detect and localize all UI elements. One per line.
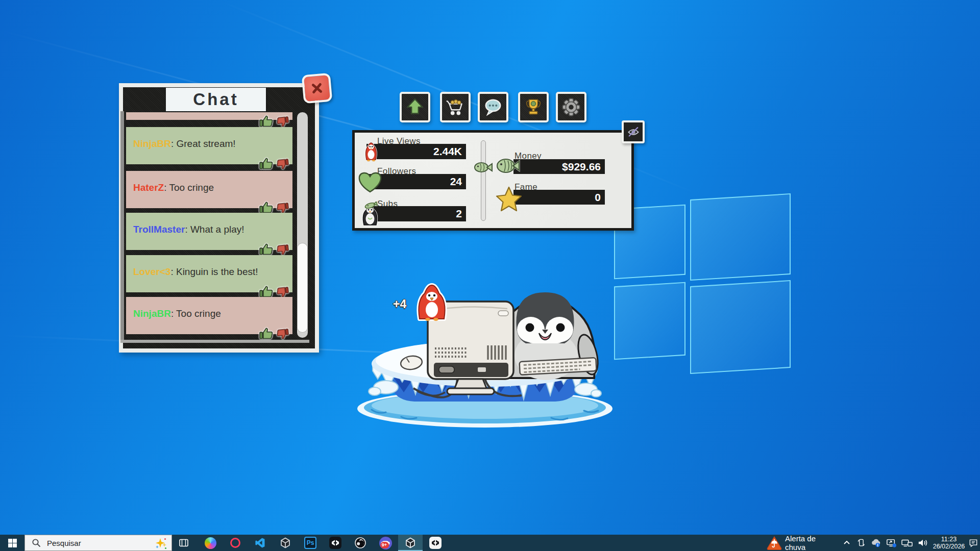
search-placeholder: Pesquisar xyxy=(47,539,81,547)
search-box[interactable]: Pesquisar xyxy=(24,535,172,551)
chat-window: Chat NinjaBR: Great stream! HaterZ: Too … xyxy=(119,83,319,353)
game-controller-icon: 9+ xyxy=(379,537,392,549)
chat-message: Lover<3: Kinguin is the best! xyxy=(126,255,292,292)
thumbs-up-icon[interactable] xyxy=(259,242,274,256)
thumbs-up-icon[interactable] xyxy=(259,201,274,214)
chat-message-text: : Too cringe xyxy=(171,308,221,319)
task-view-icon xyxy=(178,537,189,548)
vote-buttons xyxy=(259,242,289,256)
onedrive-tray-icon[interactable] xyxy=(869,535,883,551)
achievements-button[interactable] xyxy=(518,92,549,122)
speech-bubble-icon xyxy=(483,97,503,117)
phone-link-tray-icon[interactable] xyxy=(854,535,868,551)
chat-message: NinjaBR: Too cringe xyxy=(126,297,292,334)
copilot-button[interactable] xyxy=(198,535,223,551)
game-scene[interactable]: +4 xyxy=(357,278,612,446)
chat-message-text: : Great stream! xyxy=(171,138,236,149)
chat-message: NinjaBR: Great stream! xyxy=(126,127,292,164)
penguin-subscriber-icon xyxy=(357,202,383,228)
settings-button[interactable] xyxy=(556,92,586,122)
chat-message-list: NinjaBR: Great stream! HaterZ: Too cring… xyxy=(124,111,308,340)
app-obs-studio[interactable] xyxy=(348,535,373,551)
upgrade-button[interactable] xyxy=(400,92,430,122)
chat-username: Lover<3 xyxy=(133,266,170,278)
app-unity[interactable] xyxy=(273,535,298,551)
chat-inset-rail xyxy=(120,111,124,340)
chat-toggle-button[interactable] xyxy=(478,92,508,122)
obs-studio-icon xyxy=(354,537,366,549)
capcut-icon xyxy=(329,537,341,549)
thumbs-down-icon[interactable] xyxy=(275,328,290,341)
close-icon[interactable] xyxy=(302,73,333,104)
vote-buttons xyxy=(259,157,289,170)
network-icon xyxy=(901,538,913,548)
chat-scrollbar-thumb[interactable] xyxy=(298,243,307,332)
volume-tray-icon[interactable] xyxy=(915,535,930,551)
rain-alert-icon xyxy=(767,536,782,550)
app-gaming[interactable]: 9+ xyxy=(373,535,398,551)
cast-tray-icon[interactable] xyxy=(884,535,898,551)
viewer-gain-popup: +4 xyxy=(393,297,406,311)
app-vscode[interactable] xyxy=(248,535,273,551)
start-button[interactable] xyxy=(0,535,24,551)
app-unity-active[interactable] xyxy=(398,535,423,551)
tray-time: 11:23 xyxy=(941,536,957,543)
chat-message: HaterZ: Too cringe xyxy=(126,171,292,208)
action-center-button[interactable] xyxy=(967,535,980,551)
windows-start-icon xyxy=(8,539,17,547)
thumbs-up-icon[interactable] xyxy=(259,157,274,170)
star-icon xyxy=(496,186,522,211)
app-opera-gx[interactable] xyxy=(223,535,248,551)
search-icon xyxy=(32,538,41,547)
show-hidden-icons-button[interactable] xyxy=(840,535,853,551)
chat-username: NinjaBR xyxy=(133,308,171,319)
vote-buttons xyxy=(259,201,289,214)
cast-screen-icon xyxy=(886,538,897,548)
search-highlights-sparkle-icon xyxy=(154,537,167,550)
app-capcut[interactable] xyxy=(323,535,348,551)
vote-buttons xyxy=(259,327,289,340)
chat-message-text: : Kinguin is the best! xyxy=(170,266,258,278)
unity-icon xyxy=(404,537,416,549)
trophy-icon xyxy=(523,97,544,117)
chat-username: HaterZ xyxy=(133,182,164,193)
live-views-value-bar: 2.44K xyxy=(366,144,466,159)
fish-slider-handle-icon[interactable] xyxy=(472,160,494,174)
weather-alert-label[interactable]: Alerta de chuva xyxy=(785,535,838,551)
red-penguin-icon xyxy=(361,141,381,163)
unity-icon xyxy=(279,537,291,549)
shop-button[interactable] xyxy=(440,92,471,122)
network-tray-icon[interactable] xyxy=(899,535,915,551)
divider-slider xyxy=(481,140,486,221)
capcut-icon xyxy=(429,537,442,549)
thumbs-up-icon[interactable] xyxy=(259,285,274,298)
cloud-icon xyxy=(870,538,881,548)
cart-icon xyxy=(445,97,465,117)
thumbs-up-icon[interactable] xyxy=(259,114,274,128)
money-value-bar: $929.66 xyxy=(513,159,605,174)
photoshop-icon: Ps xyxy=(304,537,316,549)
thumbs-down-icon[interactable] xyxy=(275,158,290,171)
thumbs-up-icon[interactable] xyxy=(259,327,274,340)
taskbar-clock[interactable]: 11:23 26/02/2026 xyxy=(932,535,966,551)
chat-message-cutoff xyxy=(126,112,292,120)
notification-icon xyxy=(968,538,978,548)
fish-money-icon xyxy=(494,156,521,176)
notification-count-badge: 9+ xyxy=(380,542,389,548)
task-view-button[interactable] xyxy=(172,535,196,551)
fame-value-bar: 0 xyxy=(513,190,605,205)
vote-buttons xyxy=(259,285,289,298)
app-capcut-light[interactable] xyxy=(423,535,448,551)
chat-scrollbar-track[interactable] xyxy=(297,112,308,338)
taskbar: Pesquisar Ps 9+ xyxy=(0,535,980,551)
hide-stats-button[interactable] xyxy=(622,120,645,143)
chat-message-text: : What a play! xyxy=(185,224,244,235)
phone-icon xyxy=(856,538,866,548)
weather-alert-button[interactable] xyxy=(766,535,783,551)
app-photoshop[interactable]: Ps xyxy=(298,535,323,551)
chat-message: TrollMaster: What a play! xyxy=(126,213,292,250)
vscode-icon xyxy=(254,537,266,549)
red-penguin-viewer xyxy=(419,285,445,321)
eye-slash-icon xyxy=(626,124,641,140)
windows-logo-wallpaper xyxy=(614,195,791,380)
